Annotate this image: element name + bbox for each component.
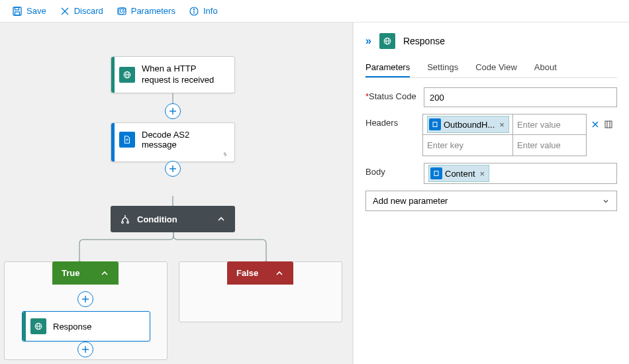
document-icon <box>429 118 441 130</box>
http-icon <box>379 33 395 49</box>
trigger-node[interactable]: When a HTTP request is received <box>111 56 235 93</box>
decode-label: Decode AS2 message <box>142 130 226 150</box>
condition-label: Condition <box>137 214 210 224</box>
tab-codeview[interactable]: Code View <box>475 58 517 77</box>
trigger-label: When a HTTP request is received <box>142 64 226 86</box>
info-label: Info <box>203 6 218 16</box>
header-key-cell[interactable]: OutboundH... × <box>422 114 512 135</box>
svg-rect-0 <box>13 7 21 15</box>
condition-node[interactable]: Condition <box>111 206 235 232</box>
designer-canvas[interactable]: When a HTTP request is received Decode A… <box>0 23 354 364</box>
document-icon <box>119 132 135 148</box>
add-step-button[interactable] <box>77 341 93 357</box>
discard-icon <box>60 6 70 17</box>
svg-rect-37 <box>433 122 437 127</box>
status-code-label: *Status Code <box>365 87 424 101</box>
header-value-input[interactable]: Enter value <box>512 135 587 156</box>
svg-text:@: @ <box>117 6 126 15</box>
discard-label: Discard <box>74 6 103 16</box>
svg-point-8 <box>193 9 194 9</box>
panel-tabs: Parameters Settings Code View About <box>365 58 617 78</box>
header-value-cell[interactable]: Enter value <box>512 114 587 135</box>
save-label: Save <box>26 6 46 16</box>
add-step-button[interactable] <box>77 291 93 307</box>
tab-settings[interactable]: Settings <box>427 58 458 77</box>
save-button[interactable]: Save <box>5 3 53 19</box>
add-step-button[interactable] <box>165 103 181 119</box>
save-icon <box>12 6 23 17</box>
parameters-button[interactable]: @ Parameters <box>110 3 182 19</box>
decode-node[interactable]: Decode AS2 message <box>111 122 235 162</box>
info-icon <box>189 6 199 17</box>
svg-rect-2 <box>15 12 20 15</box>
header-key-input[interactable]: Enter key <box>422 135 512 156</box>
false-label: False <box>236 268 258 278</box>
response-label: Response <box>53 322 92 332</box>
status-code-input[interactable] <box>424 87 617 107</box>
headers-label: Headers <box>365 114 422 128</box>
add-step-button[interactable] <box>165 161 181 177</box>
chevron-down-icon <box>602 197 610 205</box>
body-input[interactable]: Content × <box>424 163 617 184</box>
info-button[interactable]: Info <box>182 3 224 19</box>
edit-token-icon[interactable] <box>604 120 613 129</box>
false-header[interactable]: False <box>227 261 293 285</box>
true-branch: True Response <box>4 261 168 360</box>
condition-icon <box>120 214 130 224</box>
parameters-label: Parameters <box>131 6 175 16</box>
body-label: Body <box>365 163 424 177</box>
svg-point-26 <box>127 222 129 224</box>
tab-parameters[interactable]: Parameters <box>365 58 410 77</box>
header-chip[interactable]: OutboundH... × <box>427 116 509 133</box>
parameters-icon: @ <box>117 6 127 17</box>
chip-remove-icon[interactable]: × <box>497 120 505 130</box>
chevron-up-icon <box>217 214 226 224</box>
svg-point-25 <box>122 222 124 224</box>
http-icon <box>30 318 46 334</box>
panel-title: Response <box>403 36 445 46</box>
svg-rect-1 <box>15 7 19 10</box>
link-icon <box>221 150 229 158</box>
body-chip[interactable]: Content × <box>428 165 489 182</box>
response-node[interactable]: Response <box>22 311 150 341</box>
remove-header-icon[interactable] <box>591 120 600 129</box>
svg-rect-40 <box>605 121 612 128</box>
collapse-panel-button[interactable]: » <box>365 35 371 47</box>
tab-about[interactable]: About <box>534 58 557 77</box>
true-header[interactable]: True <box>52 261 119 285</box>
discard-button[interactable]: Discard <box>53 3 110 19</box>
details-panel: » Response Parameters Settings Code View… <box>354 23 629 364</box>
false-branch: False <box>179 261 342 322</box>
main: When a HTTP request is received Decode A… <box>0 23 629 364</box>
add-parameter-dropdown[interactable]: Add new parameter <box>365 191 617 211</box>
toolbar: Save Discard @ Parameters Info <box>0 0 629 23</box>
chip-remove-icon[interactable]: × <box>478 169 485 179</box>
chevron-up-icon <box>275 269 284 278</box>
svg-rect-43 <box>434 171 438 176</box>
chevron-up-icon <box>100 269 109 278</box>
http-icon <box>119 67 135 83</box>
document-icon <box>430 167 442 179</box>
true-label: True <box>62 268 79 278</box>
